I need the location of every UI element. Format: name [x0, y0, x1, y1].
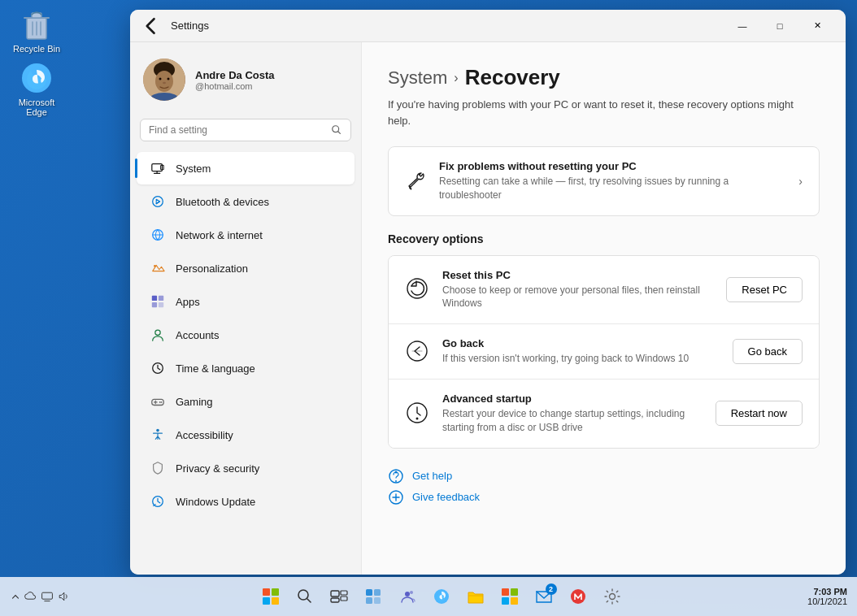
go-back-button[interactable]: Go back [733, 339, 803, 364]
bluetooth-icon [150, 193, 166, 210]
svg-rect-17 [159, 296, 163, 301]
recovery-option-reset: Reset this PC Choose to keep or remove y… [389, 256, 819, 325]
desktop-icons: Recycle Bin Microsoft Edge [8, 8, 65, 117]
svg-rect-41 [331, 591, 339, 596]
svg-rect-39 [272, 597, 279, 605]
sidebar-nav: System Bluetooth & devices [130, 152, 361, 518]
sidebar-item-bluetooth[interactable]: Bluetooth & devices [137, 185, 355, 218]
sidebar-item-privacy[interactable]: Privacy & security [137, 452, 355, 484]
search-input[interactable] [149, 124, 324, 136]
sidebar-item-system[interactable]: System [137, 152, 355, 184]
svg-rect-55 [511, 597, 518, 605]
reset-text: Reset this PC Choose to keep or remove y… [442, 269, 715, 311]
taskbar-time-display: 7:03 PM [807, 587, 847, 596]
recovery-options-group: Reset this PC Choose to keep or remove y… [388, 255, 820, 449]
sidebar-label-network: Network & internet [176, 229, 263, 241]
close-button[interactable]: ✕ [798, 13, 836, 39]
svg-rect-53 [511, 588, 518, 596]
svg-point-40 [298, 590, 308, 600]
svg-rect-42 [341, 591, 347, 595]
advanced-startup-icon [405, 401, 431, 427]
svg-point-33 [395, 480, 397, 482]
edge-desktop-label: Microsoft Edge [8, 98, 65, 117]
sidebar-item-personalization[interactable]: Personalization [137, 252, 355, 284]
sidebar-item-time[interactable]: Time & language [137, 352, 355, 384]
svg-point-30 [416, 417, 419, 419]
search-box[interactable] [140, 119, 351, 141]
minimize-button[interactable]: — [724, 13, 761, 39]
svg-rect-46 [374, 589, 381, 596]
svg-point-7 [167, 78, 170, 80]
breadcrumb-current: Recovery [465, 65, 560, 90]
accounts-icon [150, 327, 166, 343]
reset-desc: Choose to keep or remove your personal f… [442, 284, 715, 311]
recovery-option-goback: Go back If this version isn't working, t… [389, 324, 819, 380]
start-button[interactable] [256, 582, 285, 611]
file-explorer-button[interactable] [461, 582, 490, 611]
sidebar-label-bluetooth: Bluetooth & devices [176, 196, 269, 208]
sidebar-item-gaming[interactable]: Gaming [137, 385, 355, 418]
recycle-bin-icon[interactable]: Recycle Bin [8, 8, 65, 54]
svg-point-49 [405, 592, 410, 596]
svg-rect-36 [263, 588, 270, 596]
sidebar-item-update[interactable]: Windows Update [137, 485, 355, 518]
sidebar-label-personalization: Personalization [176, 262, 248, 275]
office-button[interactable] [563, 582, 593, 611]
maximize-button[interactable]: □ [761, 13, 798, 39]
reset-title: Reset this PC [442, 269, 715, 281]
svg-rect-54 [502, 597, 509, 605]
settings-taskbar-button[interactable] [598, 582, 627, 611]
speaker-icon [57, 590, 70, 603]
sidebar-item-accessibility[interactable]: Accessibility [137, 419, 355, 451]
taskbar-clock[interactable]: 7:03 PM 10/1/2021 [807, 587, 847, 606]
widgets-button[interactable] [359, 582, 388, 611]
svg-point-23 [159, 401, 161, 403]
svg-point-25 [156, 429, 159, 432]
goback-icon [405, 339, 431, 365]
settings-window: Settings — □ ✕ [130, 10, 846, 575]
title-bar: Settings — □ ✕ [130, 10, 846, 42]
edge-taskbar-button[interactable] [427, 582, 456, 611]
svg-point-15 [154, 265, 156, 267]
svg-point-20 [155, 330, 160, 335]
svg-rect-44 [331, 598, 339, 602]
sidebar-item-network[interactable]: Network & internet [137, 219, 355, 251]
title-bar-left: Settings [140, 15, 209, 37]
profile-section[interactable]: Andre Da Costa @hotmail.com [130, 52, 361, 114]
sidebar-item-accounts[interactable]: Accounts [137, 319, 355, 351]
taskbar: 2 7:03 PM 10/1/2021 [0, 577, 857, 616]
back-button[interactable] [140, 15, 163, 37]
svg-point-13 [153, 197, 163, 207]
get-help-icon [388, 468, 404, 484]
window-title: Settings [171, 20, 209, 32]
give-feedback-link[interactable]: Give feedback [388, 489, 820, 505]
sidebar: Andre Da Costa @hotmail.com [130, 42, 362, 575]
task-view-button[interactable] [324, 582, 354, 611]
taskbar-search-button[interactable] [290, 582, 320, 611]
goback-desc: If this version isn't working, try going… [442, 352, 721, 366]
page-description: If you're having problems with your PC o… [388, 97, 811, 128]
profile-name: Andre Da Costa [195, 69, 348, 81]
sidebar-item-apps[interactable]: Apps [137, 285, 355, 318]
apps-icon [150, 293, 166, 310]
mail-button[interactable]: 2 [529, 582, 559, 611]
fix-problems-card[interactable]: Fix problems without resetting your PC R… [388, 146, 820, 216]
edge-desktop-icon[interactable]: Microsoft Edge [8, 62, 65, 117]
svg-rect-19 [159, 302, 163, 307]
store-button[interactable] [495, 582, 524, 611]
reset-pc-button[interactable]: Reset PC [726, 277, 803, 302]
taskbar-center: 2 [75, 582, 807, 611]
reset-icon [405, 276, 431, 302]
recycle-bin-label: Recycle Bin [13, 44, 60, 54]
monitor-icon [41, 590, 54, 603]
sidebar-label-gaming: Gaming [176, 396, 213, 408]
taskbar-right: 7:03 PM 10/1/2021 [807, 587, 847, 606]
restart-now-button[interactable]: Restart now [716, 401, 803, 426]
breadcrumb-parent[interactable]: System [388, 67, 447, 89]
mail-badge: 2 [546, 583, 557, 595]
teams-button[interactable] [393, 582, 422, 611]
settings-body: Andre Da Costa @hotmail.com [130, 42, 846, 575]
get-help-link[interactable]: Get help [388, 468, 820, 484]
privacy-icon [150, 460, 166, 476]
fix-card-chevron-icon: › [798, 175, 803, 188]
